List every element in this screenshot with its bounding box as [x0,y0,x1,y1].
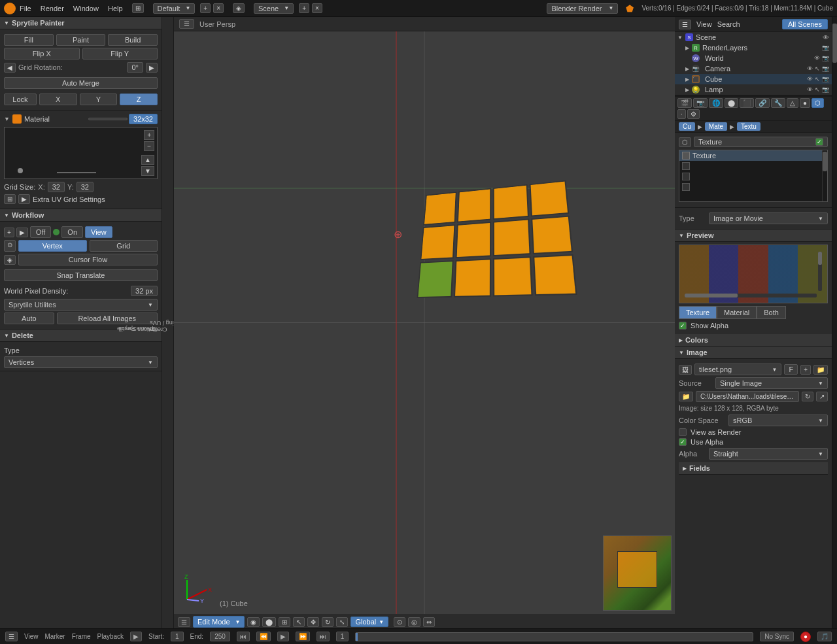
prop-icon-texture-active[interactable]: ⬡ [811,98,824,108]
image-section-header[interactable]: ▼ Image [675,347,832,359]
vertices-dropdown[interactable]: Vertices ▼ [4,356,158,368]
timeline-bar[interactable] [355,632,753,641]
image-name-dropdown[interactable]: tileset.png ▼ [694,364,781,375]
vp-move-icon[interactable]: ✥ [307,617,319,627]
breadcrumb-textu[interactable]: Textu [737,122,760,131]
on-button[interactable]: On [61,226,83,238]
build-button[interactable]: Build [108,34,158,46]
no-sync-button[interactable]: No Sync [760,632,794,641]
prop-icon-particles[interactable]: · [677,109,686,119]
right-scrollbar[interactable] [832,17,837,628]
extra-uv-expand[interactable]: ▶ [18,194,30,204]
tex-item-2[interactable] [679,161,827,171]
preview-section-header[interactable]: ▼ Preview [675,229,832,242]
workspace-selector[interactable]: Default ▼ [153,3,196,14]
tree-renderlayers[interactable]: ▶ R RenderLayers 📷 [675,42,832,53]
menu-render[interactable]: Render [41,5,64,12]
vp-select-icon[interactable]: ↖ [293,617,305,627]
viewport-content[interactable]: ⊕ [174,31,675,614]
preview-scrollbar-h[interactable] [685,294,817,297]
all-scenes-button[interactable]: All Scenes [782,19,828,29]
next-frame-icon[interactable]: ⏭ [316,632,330,641]
mat-down-button[interactable]: − [144,141,154,151]
prop-icon-scene[interactable]: 🌐 [709,98,723,108]
mat-scroll-up[interactable]: ▲ [141,155,154,165]
paint-button[interactable]: Paint [56,34,106,46]
scene-plus[interactable]: + [299,3,309,13]
vp-mirror-icon[interactable]: ⇔ [423,617,435,627]
world-pixel-value[interactable]: 32 px [131,286,158,296]
edit-mode-dropdown[interactable]: Edit Mode ▼ [193,616,245,628]
use-alpha-checkbox[interactable]: ✓ [679,438,687,446]
menu-window[interactable]: Window [73,5,99,12]
z-axis-button[interactable]: Z [120,93,158,105]
auto-merge-button[interactable]: Auto Merge [4,77,158,89]
tab-sprytile[interactable]: Sprytile [114,324,139,333]
scene-x[interactable]: × [312,3,322,13]
workflow-add-icon[interactable]: + [4,228,14,237]
vp-snap-icon[interactable]: ⊙ [394,617,405,627]
reload-images-button[interactable]: Reload All Images [57,313,158,324]
end-value[interactable]: 250 [210,632,230,641]
grid-y-value[interactable]: 32 [77,182,94,192]
status-marker[interactable]: Marker [45,633,65,640]
global-dropdown[interactable]: Global ▼ [350,617,388,627]
y-axis-button[interactable]: Y [80,93,118,105]
tex-item-3[interactable] [679,171,827,182]
sprytile-utilites-dropdown[interactable]: Sprytile Utilites ▼ [4,299,158,311]
prop-icon-modifier[interactable]: 🔧 [771,98,785,108]
tree-world[interactable]: W World 👁 📷 [675,53,832,63]
prop-icon-material[interactable]: ● [800,98,810,108]
prop-icon-render2[interactable]: 📷 [693,98,708,108]
prop-icon-object[interactable]: ⬛ [740,98,754,108]
flip-y-button[interactable]: Flip Y [82,48,158,59]
vp-scale-icon[interactable]: ⤡ [336,617,348,627]
texture-enable-checkbox[interactable]: ✓ [815,138,823,146]
view-button[interactable]: View [85,226,112,238]
grid-rot-right[interactable]: ▶ [146,63,158,73]
filepath-reload[interactable]: ↻ [802,392,813,401]
tab-material[interactable]: Material [717,306,757,319]
tex-item-4[interactable] [679,182,827,192]
viewport-menu-icon[interactable]: ☰ [179,19,194,29]
status-frame[interactable]: Frame [72,633,91,640]
world-eye-icon[interactable]: 👁 [814,55,820,61]
start-value[interactable]: 1 [171,632,184,641]
type-dropdown[interactable]: Image or Movie ▼ [709,212,828,224]
grid-rotation-value[interactable]: 0° [127,62,143,73]
prop-icon-physics[interactable]: ⚙ [687,109,700,119]
fields-section-header[interactable]: ▶ Fields [679,462,828,475]
menu-file[interactable]: File [20,5,31,12]
vp-prop-icon[interactable]: ◎ [408,617,420,627]
tree-camera[interactable]: ▶ 📷 Camera 👁 ↖ 📷 [675,63,832,74]
prop-icon-constraints[interactable]: 🔗 [755,98,770,108]
outliner-menu[interactable]: ☰ [679,20,691,29]
prop-icon-render[interactable]: 🎬 [677,98,692,108]
breadcrumb-mate[interactable]: Mate [705,122,727,131]
vp-menu-icon[interactable]: ☰ [178,617,190,627]
source-dropdown[interactable]: Single Image ▼ [715,377,828,389]
vp-rotate-icon[interactable]: ↻ [322,617,333,627]
grid-x-value[interactable]: 32 [48,182,65,192]
colorspace-dropdown[interactable]: sRGB ▼ [728,415,828,426]
workflow-section-header[interactable]: ▼ Workflow [0,209,162,222]
material-name-field[interactable] [88,118,128,120]
cursor-flow-button[interactable]: Cursor Flow [18,254,158,265]
prev-key-icon[interactable]: ⏪ [256,632,271,641]
scene-selector[interactable]: Scene ▼ [254,3,294,14]
statusbar-menu[interactable]: ☰ [5,632,18,641]
off-button[interactable]: Off [30,226,51,238]
scene-eye-icon[interactable]: 👁 [823,34,829,41]
colors-section-header[interactable]: ▶ Colors [675,334,832,347]
grid-button[interactable]: Grid [90,240,158,252]
record-button[interactable]: ● [800,632,811,642]
prop-icon-mesh[interactable]: △ [787,98,798,108]
next-key-icon[interactable]: ⏩ [296,632,310,641]
fill-button[interactable]: Fill [4,34,54,46]
auto-button[interactable]: Auto [4,313,54,324]
cam-eye-icon[interactable]: 👁 [807,65,813,72]
workflow-play-icon[interactable]: ▶ [16,228,28,237]
img-browse-icon[interactable]: 📁 [813,365,828,375]
alpha-dropdown[interactable]: Straight ▼ [709,448,828,460]
frame-current[interactable]: 1 [336,632,349,641]
